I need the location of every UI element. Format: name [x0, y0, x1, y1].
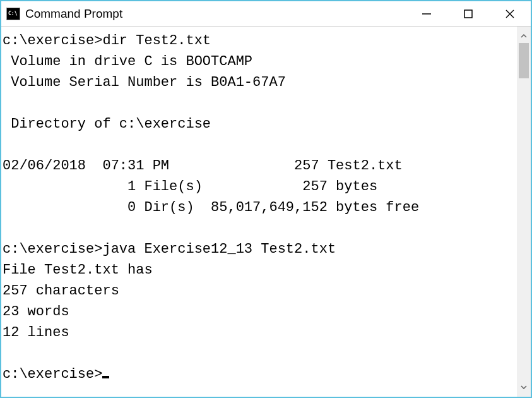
- scroll-thumb[interactable]: [519, 43, 529, 78]
- scroll-up-button[interactable]: [517, 29, 531, 43]
- terminal-line: c:\exercise>dir Test2.txt: [3, 33, 211, 49]
- vertical-scrollbar[interactable]: [517, 27, 531, 397]
- terminal-line: Volume in drive C is BOOTCAMP: [3, 54, 252, 69]
- terminal-line: Volume Serial Number is B0A1-67A7: [3, 75, 286, 90]
- terminal-output[interactable]: c:\exercise>dir Test2.txt Volume in driv…: [1, 27, 517, 397]
- maximize-button[interactable]: [447, 1, 489, 26]
- cursor: [102, 376, 109, 378]
- window-controls: [406, 1, 531, 26]
- terminal-line: 0 Dir(s) 85,017,649,152 bytes free: [3, 200, 419, 215]
- command-prompt-window: Command Prompt c:\exercise>dir Test2.txt…: [0, 0, 532, 398]
- terminal-line: 02/06/2018 07:31 PM 257 Test2.txt: [3, 158, 403, 174]
- terminal-line: 23 words: [3, 304, 69, 320]
- close-icon: [505, 9, 515, 19]
- minimize-button[interactable]: [406, 1, 447, 26]
- svg-rect-1: [464, 10, 472, 18]
- terminal-line: c:\exercise>java Exercise12_13 Test2.txt: [3, 241, 336, 257]
- chevron-down-icon: [521, 385, 527, 389]
- maximize-icon: [464, 9, 473, 18]
- minimize-icon: [422, 9, 432, 19]
- chevron-up-icon: [521, 34, 527, 38]
- terminal-prompt: c:\exercise>: [3, 366, 102, 382]
- scroll-down-button[interactable]: [517, 380, 531, 394]
- close-button[interactable]: [489, 1, 531, 26]
- terminal-line: 1 File(s) 257 bytes: [3, 179, 377, 195]
- terminal-line: Directory of c:\exercise: [3, 116, 211, 132]
- content-area: c:\exercise>dir Test2.txt Volume in driv…: [1, 27, 531, 397]
- scroll-track[interactable]: [517, 43, 531, 380]
- app-icon: [6, 8, 20, 20]
- terminal-line: 257 characters: [3, 283, 119, 299]
- titlebar[interactable]: Command Prompt: [1, 1, 531, 27]
- window-title: Command Prompt: [25, 7, 406, 21]
- terminal-line: File Test2.txt has: [3, 262, 153, 278]
- terminal-line: 12 lines: [3, 325, 69, 341]
